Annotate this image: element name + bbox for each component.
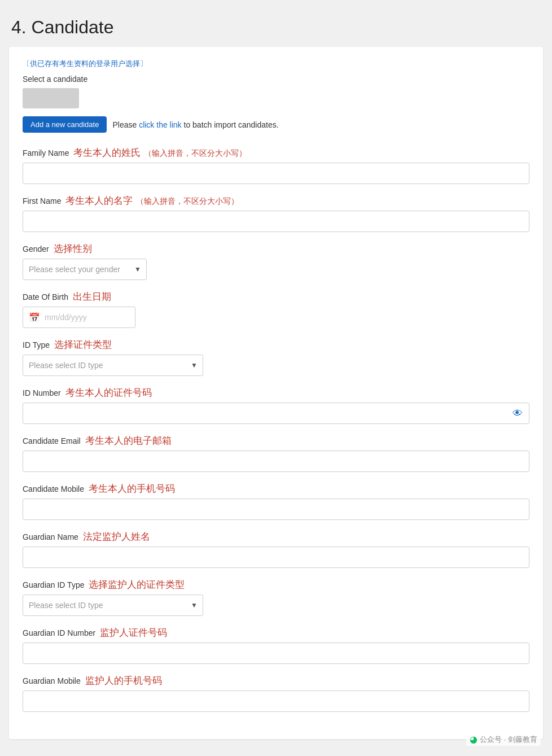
candidate-mobile-label: Candidate Mobile 考生本人的手机号码 — [23, 482, 529, 495]
first-name-field-block: First Name 考生本人的名字 （输入拼音，不区分大小写） — [23, 194, 529, 232]
guardian-name-label: Guardian Name 法定监护人姓名 — [23, 530, 529, 543]
id-type-field-block: ID Type 选择证件类型 Please select ID type Pas… — [23, 338, 529, 376]
dob-field-block: Date Of Birth 出生日期 📅 mm/dd/yyyy — [23, 290, 529, 328]
family-name-label: Family Name 考生本人的姓氏 （输入拼音，不区分大小写） — [23, 146, 529, 159]
guardian-id-type-field-block: Guardian ID Type 选择监护人的证件类型 Please selec… — [23, 578, 529, 616]
page-title: 4. Candidate — [0, 11, 552, 47]
family-name-input[interactable] — [23, 163, 529, 184]
candidate-box — [23, 88, 79, 108]
wechat-icon: ◕ — [470, 734, 477, 745]
eye-icon[interactable]: 👁 — [512, 408, 523, 419]
watermark-text: 公众号 · 剑藤教育 — [480, 735, 537, 745]
id-type-label: ID Type 选择证件类型 — [23, 338, 529, 351]
watermark: ◕ 公众号 · 剑藤教育 — [466, 733, 541, 746]
candidate-mobile-input[interactable] — [23, 499, 529, 520]
add-row: Add a new candidate Please click the lin… — [23, 116, 529, 133]
guardian-id-type-label: Guardian ID Type 选择监护人的证件类型 — [23, 578, 529, 591]
guardian-name-field-block: Guardian Name 法定监护人姓名 — [23, 530, 529, 568]
guardian-id-type-select-wrapper: Please select ID type Passport ID Card O… — [23, 595, 203, 616]
candidate-email-label: Candidate Email 考生本人的电子邮箱 — [23, 434, 529, 447]
select-candidate-label: Select a candidate — [23, 75, 529, 84]
guardian-name-input[interactable] — [23, 547, 529, 568]
note-link[interactable]: 〔供已存有考生资料的登录用户选择〕 — [23, 59, 147, 69]
first-name-input[interactable] — [23, 211, 529, 232]
family-name-field-block: Family Name 考生本人的姓氏 （输入拼音，不区分大小写） — [23, 146, 529, 184]
candidate-email-input[interactable] — [23, 451, 529, 472]
id-number-wrapper: 👁 — [23, 403, 529, 424]
calendar-icon: 📅 — [29, 312, 40, 323]
gender-field-block: Gender 选择性别 Please select your gender Ma… — [23, 242, 529, 280]
id-number-field-block: ID Number 考生本人的证件号码 👁 — [23, 386, 529, 424]
guardian-id-number-label: Guardian ID Number 监护人证件号码 — [23, 626, 529, 639]
guardian-id-number-field-block: Guardian ID Number 监护人证件号码 — [23, 626, 529, 664]
candidate-email-field-block: Candidate Email 考生本人的电子邮箱 — [23, 434, 529, 472]
first-name-label: First Name 考生本人的名字 （输入拼音，不区分大小写） — [23, 194, 529, 207]
id-number-label: ID Number 考生本人的证件号码 — [23, 386, 529, 399]
candidate-mobile-field-block: Candidate Mobile 考生本人的手机号码 — [23, 482, 529, 520]
id-type-select-wrapper: Please select ID type Passport ID Card O… — [23, 355, 203, 376]
id-number-input[interactable] — [23, 403, 529, 424]
dob-label: Date Of Birth 出生日期 — [23, 290, 529, 303]
dob-placeholder: mm/dd/yyyy — [45, 313, 87, 322]
id-type-select[interactable]: Please select ID type Passport ID Card O… — [23, 355, 203, 376]
guardian-mobile-label: Guardian Mobile 监护人的手机号码 — [23, 674, 529, 687]
dob-input-wrapper[interactable]: 📅 mm/dd/yyyy — [23, 307, 135, 328]
add-row-text: Please click the link to batch import ca… — [112, 120, 278, 129]
guardian-mobile-field-block: Guardian Mobile 监护人的手机号码 — [23, 674, 529, 712]
form-card: 〔供已存有考生资料的登录用户选择〕 Select a candidate Add… — [9, 47, 543, 739]
add-new-candidate-button[interactable]: Add a new candidate — [23, 116, 107, 133]
guardian-id-type-select[interactable]: Please select ID type Passport ID Card O… — [23, 595, 203, 616]
guardian-mobile-input[interactable] — [23, 691, 529, 712]
gender-label: Gender 选择性别 — [23, 242, 529, 255]
guardian-id-number-input[interactable] — [23, 643, 529, 664]
gender-select[interactable]: Please select your gender Male Female Ot… — [23, 259, 147, 280]
batch-import-link[interactable]: click the link — [139, 120, 181, 129]
gender-select-wrapper: Please select your gender Male Female Ot… — [23, 259, 147, 280]
